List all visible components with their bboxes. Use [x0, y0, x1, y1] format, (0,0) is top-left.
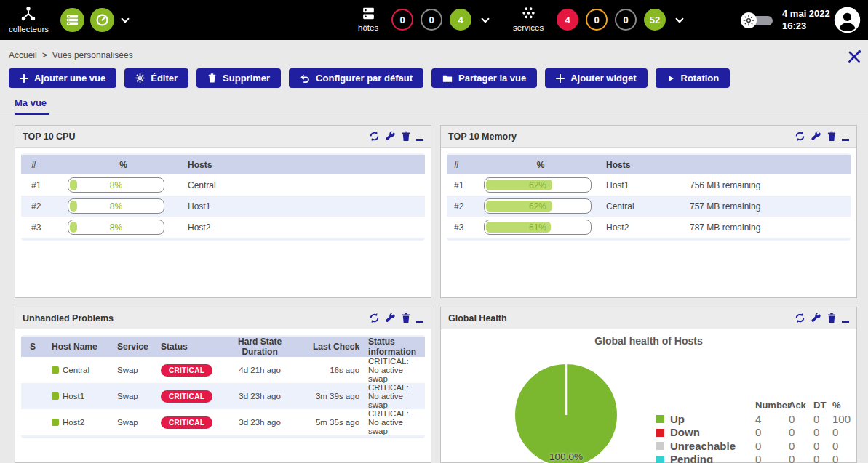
wrench-icon[interactable] — [811, 131, 821, 142]
host-name-link[interactable]: Host1 — [63, 392, 84, 400]
status-badge: CRITICAL — [161, 416, 212, 429]
trash-icon[interactable] — [401, 131, 411, 142]
services-menu[interactable]: services — [513, 6, 544, 32]
wrench-icon[interactable] — [385, 131, 396, 142]
legend-item: Down 0000 — [656, 426, 864, 440]
rotation-button[interactable]: Rotation — [656, 68, 730, 88]
hard-state-duration: 3d 23h ago — [217, 409, 303, 435]
edit-tools-icon[interactable] — [846, 49, 862, 65]
trash-icon[interactable] — [827, 131, 837, 142]
minimize-icon[interactable] — [842, 139, 849, 141]
add-widget-button[interactable]: Ajouter widget — [545, 68, 647, 88]
hosts-up-badge[interactable]: 4 — [450, 9, 471, 31]
col-s: S — [21, 337, 47, 357]
host-name: Central — [602, 196, 685, 217]
host-name: Host2 — [602, 217, 685, 238]
col-hosts: Hosts — [183, 155, 425, 174]
host-status-square — [52, 392, 59, 400]
host-name: Host1 — [602, 174, 685, 196]
pollers-chevron-down-icon[interactable] — [119, 15, 131, 25]
legend-col-dt: DT — [813, 399, 832, 413]
chart-legend: Number Ack DT % Up 400100 Down 0000 Unre… — [656, 399, 864, 463]
poller-stats-button[interactable] — [90, 8, 114, 32]
col-duration: Hard State Duration — [217, 337, 303, 357]
hosts-chevron-down-icon[interactable] — [479, 15, 491, 25]
refresh-icon[interactable] — [369, 313, 380, 323]
hosts-down-badge[interactable]: 0 — [391, 9, 413, 31]
user-avatar[interactable] — [834, 7, 861, 33]
widget-unhandled-problems: Unhandled Problems S Host Name Service S… — [15, 307, 431, 463]
services-critical-badge[interactable]: 4 — [557, 9, 578, 31]
widget-title: Unhandled Problems — [23, 313, 114, 323]
widget-global-health: Global Health Global health of Hosts 100… — [440, 307, 857, 463]
last-check: 16s ago — [303, 357, 364, 383]
minimize-icon[interactable] — [416, 321, 423, 323]
memory-remaining: 757 MB remaining — [685, 196, 851, 217]
undo-icon — [300, 73, 310, 84]
plus-icon — [20, 74, 28, 83]
trash-icon[interactable] — [827, 313, 837, 323]
legend-item: Up 400100 — [656, 413, 864, 427]
memory-usage-bar: 61% — [484, 220, 592, 235]
col-rank: # — [447, 155, 479, 174]
refresh-icon[interactable] — [795, 313, 805, 323]
tab-ma-vue[interactable]: Ma vue — [15, 97, 49, 115]
status-information: CRITICAL: No active swap — [364, 383, 425, 409]
problems-table: S Host Name Service Status Hard State Du… — [21, 337, 425, 435]
services-label: services — [513, 23, 544, 32]
host-name-link[interactable]: Central — [63, 366, 89, 374]
trash-icon — [207, 73, 217, 83]
up-swatch — [656, 415, 664, 423]
services-icon — [521, 6, 536, 21]
pollers-menu[interactable]: collecteurs — [9, 5, 49, 33]
service-link[interactable]: Swap — [113, 357, 156, 383]
refresh-icon[interactable] — [369, 131, 380, 142]
pollers-icon — [20, 5, 37, 23]
hosts-unreachable-badge[interactable]: 0 — [421, 9, 442, 31]
widget-header: TOP 10 Memory — [441, 126, 856, 148]
clock-time: 16:23 — [782, 20, 830, 32]
table-row: #2 62% Central 757 MB remaining — [447, 196, 851, 217]
services-unknown-badge[interactable]: 0 — [615, 9, 637, 31]
wrench-icon[interactable] — [385, 313, 396, 323]
trash-icon[interactable] — [401, 313, 411, 323]
status-information: CRITICAL: No active swap — [364, 409, 425, 435]
memory-remaining: 756 MB remaining — [685, 174, 851, 196]
edit-button[interactable]: Éditer — [124, 68, 188, 88]
hosts-health-pie-chart — [513, 362, 619, 463]
breadcrumb-home[interactable]: Accueil — [9, 50, 37, 60]
default-config-button[interactable]: Configurer par défaut — [289, 68, 423, 88]
legend-item: Pending 0000 — [656, 453, 864, 463]
view-toolbar: Ajouter une vue Éditer Supprimer Configu… — [9, 68, 730, 88]
last-check: 5m 35s ago — [303, 409, 364, 435]
host-name: Host2 — [183, 217, 425, 238]
poller-list-button[interactable] — [60, 8, 84, 32]
share-view-button[interactable]: Partager la vue — [431, 68, 537, 88]
host-name-link[interactable]: Host2 — [63, 418, 84, 427]
theme-toggle[interactable] — [741, 12, 774, 28]
service-link[interactable]: Swap — [113, 383, 156, 409]
minimize-icon[interactable] — [842, 321, 849, 323]
widget-header: Global Health — [441, 307, 856, 329]
table-row: #1 8% Central — [21, 174, 425, 196]
table-row: Host2 Swap CRITICAL 3d 23h ago 5m 35s ag… — [21, 409, 425, 435]
hard-state-duration: 3d 23h ago — [217, 383, 303, 409]
wrench-icon[interactable] — [811, 313, 821, 323]
plus-icon — [556, 74, 565, 83]
add-view-button[interactable]: Ajouter une vue — [9, 68, 116, 88]
legend-col-number: Number — [755, 399, 789, 413]
breadcrumb: Accueil > Vues personnalisées — [9, 50, 133, 60]
services-chevron-down-icon[interactable] — [674, 15, 685, 25]
hosts-menu[interactable]: hôtes — [358, 6, 378, 32]
last-check: 3m 39s ago — [303, 383, 364, 409]
unreachable-swatch — [656, 442, 664, 450]
breadcrumb-current[interactable]: Vues personnalisées — [52, 50, 133, 60]
col-status-information: Status information — [364, 337, 425, 357]
services-ok-badge[interactable]: 52 — [644, 9, 666, 31]
delete-button[interactable]: Supprimer — [196, 68, 281, 88]
service-link[interactable]: Swap — [113, 409, 156, 435]
down-swatch — [656, 429, 664, 437]
services-warning-badge[interactable]: 0 — [586, 9, 608, 31]
refresh-icon[interactable] — [795, 131, 805, 142]
minimize-icon[interactable] — [416, 139, 423, 141]
